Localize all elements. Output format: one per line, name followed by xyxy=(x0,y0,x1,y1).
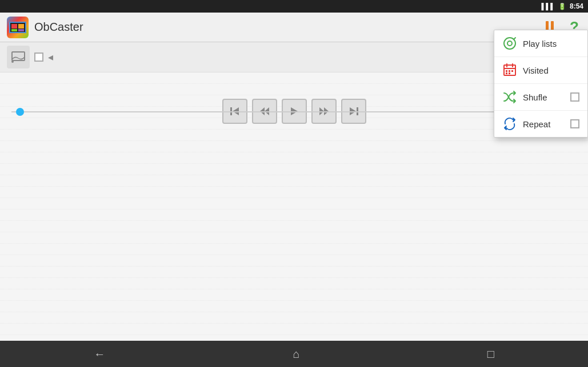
battery-icon: 🔋 xyxy=(558,3,566,10)
svg-rect-28 xyxy=(511,70,513,72)
svg-rect-26 xyxy=(506,70,507,72)
menu-item-playlists[interactable]: Play lists xyxy=(494,30,587,57)
svg-rect-8 xyxy=(12,52,25,61)
nav-bar: ← ⌂ □ xyxy=(0,341,588,367)
svg-rect-27 xyxy=(509,70,510,72)
shuffle-label: Shufle xyxy=(523,92,565,102)
recent-button[interactable]: □ xyxy=(478,343,503,365)
app-icon xyxy=(7,17,29,38)
app-title: ObCaster xyxy=(34,21,541,34)
svg-rect-6 xyxy=(546,21,549,30)
repeat-checkbox[interactable] xyxy=(570,119,579,128)
visited-icon xyxy=(502,63,517,78)
svg-rect-3 xyxy=(18,24,24,29)
back-button[interactable]: ← xyxy=(85,343,114,365)
playlists-icon xyxy=(502,36,517,51)
repeat-label: Repeat xyxy=(523,119,565,129)
sub-checkbox[interactable] xyxy=(34,53,43,62)
cast-icon[interactable] xyxy=(7,46,30,68)
menu-item-visited[interactable]: Visited xyxy=(494,57,587,84)
svg-rect-29 xyxy=(506,72,507,74)
svg-rect-2 xyxy=(11,24,17,29)
repeat-icon xyxy=(502,116,517,131)
shuffle-icon xyxy=(502,90,517,104)
seek-dot xyxy=(16,108,24,116)
dropdown-menu: Play lists Visited Shufle xyxy=(494,30,588,138)
status-bar: ▌▌▌ 🔋 8:54 xyxy=(0,0,588,13)
visited-label: Visited xyxy=(523,66,579,75)
playlists-label: Play lists xyxy=(523,39,579,49)
signal-icon: ▌▌▌ xyxy=(542,3,555,10)
shuffle-checkbox[interactable] xyxy=(570,92,579,102)
svg-rect-30 xyxy=(509,72,510,74)
svg-line-21 xyxy=(514,38,515,39)
status-time: 8:54 xyxy=(570,2,583,10)
svg-rect-5 xyxy=(18,29,24,31)
svg-rect-4 xyxy=(11,29,17,31)
svg-point-9 xyxy=(11,61,14,63)
svg-point-20 xyxy=(507,41,512,46)
seek-line xyxy=(11,111,577,112)
svg-rect-7 xyxy=(551,21,554,30)
menu-item-shuffle[interactable]: Shufle xyxy=(494,84,587,111)
volume-icon: ◂ xyxy=(48,51,53,63)
menu-item-repeat[interactable]: Repeat xyxy=(494,111,587,137)
home-button[interactable]: ⌂ xyxy=(283,343,309,365)
